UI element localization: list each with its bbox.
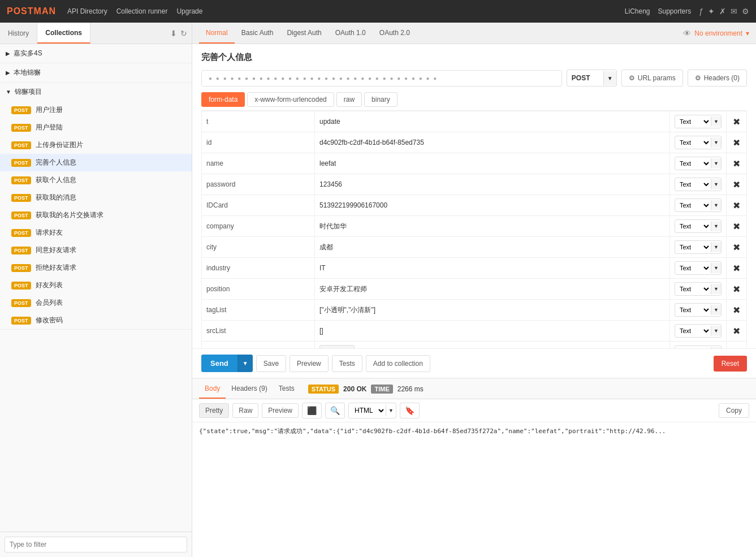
social-icon-1[interactable]: ƒ <box>699 7 703 16</box>
item-label-change-password: 修改密码 <box>36 316 63 325</box>
sidebar-item-get-info[interactable]: POST 获取个人信息 <box>0 171 192 189</box>
table-row: password123456TextFile▼✖ <box>202 174 747 195</box>
sidebar-item-complete-info[interactable]: POST 完善个人信息 <box>0 154 192 171</box>
sidebar-item-login[interactable]: POST 用户登陆 <box>0 119 192 136</box>
search-resp-button[interactable]: 🔍 <box>325 403 345 418</box>
remove-param-button[interactable]: ✖ <box>733 326 740 336</box>
url-params-icon: ⚙ <box>629 74 635 82</box>
collection-group-local: ▶ 本地锦獬 <box>0 63 192 83</box>
save-button[interactable]: Save <box>256 355 286 372</box>
bookmark-button[interactable]: 🔖 <box>400 403 420 418</box>
sidebar-item-member-list[interactable]: POST 会员列表 <box>0 294 192 312</box>
copy-icon-button[interactable]: ⬛ <box>302 403 322 418</box>
add-to-collection-button[interactable]: Add to collection <box>366 355 430 372</box>
nav-upgrade[interactable]: Upgrade <box>176 7 202 15</box>
type-select[interactable]: TextFile <box>675 178 711 191</box>
type-arrow-icon: ▼ <box>711 179 721 189</box>
auth-tab-oauth1[interactable]: OAuth 1.0 <box>329 23 373 44</box>
send-button[interactable]: Send <box>201 355 237 372</box>
type-select[interactable]: TextFile <box>675 157 711 170</box>
type-arrow-icon: ▼ <box>711 242 721 252</box>
remove-param-button[interactable]: ✖ <box>733 263 740 274</box>
social-icon-4[interactable]: ✉ <box>731 7 737 16</box>
type-arrow-icon: ▼ <box>711 158 721 169</box>
auth-tab-normal[interactable]: Normal <box>199 23 235 44</box>
type-select[interactable]: TextFile <box>675 283 711 295</box>
action-bar: Send ▼ Save Preview Tests Add to collect… <box>192 348 756 378</box>
response-tab-body[interactable]: Body <box>199 379 226 399</box>
auth-tab-oauth2[interactable]: OAuth 2.0 <box>373 23 417 44</box>
env-selector[interactable]: 👁 No environment ▾ <box>683 29 749 38</box>
format-select[interactable]: HTML JSON XML Text <box>349 403 386 418</box>
type-select-wrap: TextFile▼ <box>675 198 722 212</box>
sidebar-item-friend-request[interactable]: POST 请求好友 <box>0 224 192 241</box>
social-icon-5[interactable]: ⚙ <box>742 7 749 16</box>
tests-button[interactable]: Tests <box>332 355 362 372</box>
remove-param-button[interactable]: ✖ <box>733 284 740 295</box>
remove-param-button[interactable]: ✖ <box>733 221 740 232</box>
group-header-jiasite[interactable]: ▶ 嘉实多4S <box>0 44 192 63</box>
response-tab-headers[interactable]: Headers (9) <box>226 379 273 399</box>
tab-collections[interactable]: Collections <box>37 23 90 44</box>
remove-param-button[interactable]: ✖ <box>733 158 740 169</box>
download-icon[interactable]: ⬇ <box>170 29 177 38</box>
type-select[interactable]: TextFile <box>675 199 711 211</box>
auth-tab-basic[interactable]: Basic Auth <box>235 23 280 44</box>
sidebar: History Collections ⬇ ↻ ▶ 嘉实多4S ▶ 本地锦獬 <box>0 23 192 557</box>
url-display[interactable]: ● ● ● ● ● ● ● ● ● ● ● ● ● ● ● ● ● ● ● ● … <box>202 71 561 86</box>
group-header-local[interactable]: ▶ 本地锦獬 <box>0 63 192 82</box>
remove-param-button[interactable]: ✖ <box>733 242 740 253</box>
copy-button[interactable]: Copy <box>719 403 749 418</box>
body-type-raw[interactable]: raw <box>336 92 362 107</box>
auth-tab-digest[interactable]: Digest Auth <box>280 23 328 44</box>
sidebar-item-approve-friend[interactable]: POST 同意好友请求 <box>0 241 192 259</box>
type-select[interactable]: TextFile <box>675 241 711 253</box>
url-params-label: URL params <box>638 74 676 82</box>
sidebar-item-friend-list[interactable]: POST 好友列表 <box>0 277 192 294</box>
nav-collection-runner[interactable]: Collection runner <box>116 7 168 15</box>
pretty-button[interactable]: Pretty <box>199 403 229 418</box>
sidebar-item-upload-id[interactable]: POST 上传身份证图片 <box>0 136 192 154</box>
preview-button[interactable]: Preview <box>290 355 329 372</box>
remove-param-button[interactable]: ✖ <box>733 179 740 190</box>
type-select[interactable]: TextFile <box>675 115 711 128</box>
headers-icon: ⚙ <box>695 74 701 82</box>
social-icon-2[interactable]: ✦ <box>708 7 715 16</box>
type-select[interactable]: TextFile <box>675 262 711 274</box>
item-label-register: 用户注册 <box>36 105 63 115</box>
method-badge-register: POST <box>11 106 31 114</box>
type-select[interactable]: TextFile <box>675 136 711 149</box>
sidebar-item-reject-friend[interactable]: POST 拒绝好友请求 <box>0 259 192 277</box>
remove-param-button[interactable]: ✖ <box>733 116 740 127</box>
collection-group-main: ▼ 锦獬项目 POST 用户注册 POST 用户登陆 POST 上传身份证图片 … <box>0 83 192 330</box>
remove-param-button[interactable]: ✖ <box>733 200 740 211</box>
sidebar-item-get-cards[interactable]: POST 获取我的名片交换请求 <box>0 206 192 224</box>
raw-button[interactable]: Raw <box>232 403 258 418</box>
body-type-urlencoded[interactable]: x-www-form-urlencoded <box>247 92 334 107</box>
headers-button[interactable]: ⚙ Headers (0) <box>688 70 747 87</box>
remove-param-button[interactable]: ✖ <box>733 305 740 316</box>
method-select[interactable]: POST GET PUT DELETE <box>567 70 603 86</box>
url-params-button[interactable]: ⚙ URL params <box>621 70 683 87</box>
sync-icon[interactable]: ↻ <box>180 29 187 38</box>
response-tab-tests[interactable]: Tests <box>273 379 300 399</box>
reset-button[interactable]: Reset <box>714 356 747 372</box>
send-arrow-button[interactable]: ▼ <box>237 355 253 372</box>
type-select[interactable]: TextFile <box>675 325 711 337</box>
filter-input[interactable] <box>5 537 187 552</box>
sidebar-item-change-password[interactable]: POST 修改密码 <box>0 312 192 329</box>
sidebar-item-register[interactable]: POST 用户注册 <box>0 101 192 119</box>
type-select[interactable]: TextFile <box>675 220 711 232</box>
body-type-form-data[interactable]: form-data <box>201 92 245 107</box>
nav-api-directory[interactable]: API Directory <box>67 7 107 15</box>
group-header-main[interactable]: ▼ 锦獬项目 <box>0 83 192 101</box>
body-type-binary[interactable]: binary <box>364 92 398 107</box>
supporters-link[interactable]: Supporters <box>658 7 692 15</box>
preview-resp-button[interactable]: Preview <box>262 403 299 418</box>
social-icon-3[interactable]: ✗ <box>719 7 726 16</box>
remove-param-button[interactable]: ✖ <box>733 137 740 148</box>
tab-history[interactable]: History <box>0 23 37 44</box>
sidebar-item-get-messages[interactable]: POST 获取我的消息 <box>0 189 192 206</box>
type-select[interactable]: TextFile <box>675 304 711 316</box>
group-arrow-local: ▶ <box>6 70 10 76</box>
